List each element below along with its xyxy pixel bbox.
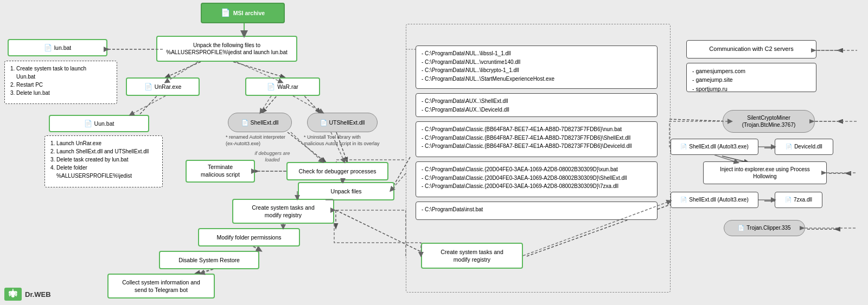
inject-explorer-box: Inject into explorer.exe using ProcessHo… xyxy=(703,161,827,184)
unpack-files-box: Unpack files xyxy=(298,182,394,200)
unrar-exe-box: 📄 UnRar.exe xyxy=(126,77,200,96)
file-icon-zxa: 📄 xyxy=(785,196,792,204)
shellext-autoit-box: 📄 ShellExt.dll (AutoIt3.exe) xyxy=(671,139,758,155)
svg-line-2 xyxy=(165,62,201,77)
trojan-clipper-label: Trojan.Clipper.335 xyxy=(746,224,790,232)
file-icon-uun: 📄 xyxy=(84,119,92,128)
file-icon-war: 📄 xyxy=(267,82,275,92)
svg-line-34 xyxy=(201,269,213,274)
file-list-2-box: - C:\ProgramData\AUX..\ShellExt.dll - C:… xyxy=(416,93,658,117)
terminate-malicious-label: Terminatemalicious script xyxy=(201,164,240,178)
lun-bat-steps-box: 1. Create system task to launch Uun.bat … xyxy=(4,61,117,104)
war-rar-label: WaR.rar xyxy=(277,83,298,91)
file-icon-shellext: 📄 xyxy=(241,119,248,127)
check-debugger-label: Check for debugger processes xyxy=(299,167,376,176)
file-icon-utshellext: 📄 xyxy=(320,119,327,127)
modify-folder-label: Modify folder permissions xyxy=(216,233,281,242)
utshellext-dll-box: 📄 UTShellExt.dll xyxy=(307,113,378,132)
terminate-malicious-box: Terminatemalicious script xyxy=(186,160,255,183)
modify-folder-box: Modify folder permissions xyxy=(198,228,300,246)
c2-list-box: - gamesjumpers.com - gamejump.site - spo… xyxy=(686,63,816,92)
file-icon-deviceid: 📄 xyxy=(786,143,792,151)
create-modify-registry-label: Create system tasks andmodify registry xyxy=(252,204,315,219)
utshellext-dll-label: UTShellExt.dll xyxy=(329,119,365,127)
lun-bat-steps-label: 1. Create system task to launch Uun.bat … xyxy=(10,66,86,96)
logo-symbol: 🕷 xyxy=(9,289,17,299)
shellext-autoit2-box: 📄 ShellExt.dll (AutoIt3.exe) xyxy=(671,192,758,208)
unrar-exe-label: UnRar.exe xyxy=(155,83,182,91)
file-list-1-box: - C:\ProgramData\NUL..\libssl-1_1.dll - … xyxy=(416,46,658,89)
diagram: 📄 MSI archive Unpack the following files… xyxy=(0,0,868,305)
msi-archive-box: 📄 MSI archive xyxy=(201,3,285,23)
unpack-following-box: Unpack the following files to%ALLUSERSPR… xyxy=(156,36,297,62)
file-list-3-box: - C:\ProgramData\Classic.{BB64F8A7-BEE7-… xyxy=(416,121,658,157)
lun-bat-label: lun.bat xyxy=(54,44,72,52)
deviceid-dll-box: 📄 DeviceId.dll xyxy=(775,139,833,155)
deviceid-dll-label: DeviceId.dll xyxy=(794,143,822,151)
uun-bat-label: Uun.bat xyxy=(94,120,114,128)
svg-line-18 xyxy=(669,119,731,121)
svg-line-15 xyxy=(195,269,213,274)
comm-c2-label: Communication with C2 servers xyxy=(709,45,793,53)
file-icon-shellext-a: 📄 xyxy=(680,143,687,151)
create-modify-registry2-box: Create system tasks andmodify registry xyxy=(421,243,523,269)
collect-info-box: Collect system information andsend to Te… xyxy=(107,274,215,298)
disable-restore-label: Disable System Restore xyxy=(178,256,240,264)
uun-bat-steps-box: 1. Launch UnRar.exe 2. Launch ShellExt.d… xyxy=(44,135,163,187)
file-icon-unrar: 📄 xyxy=(144,82,152,92)
shellext-dll-label: ShellExt.dll xyxy=(251,119,279,127)
war-rar-box: 📄 WaR.rar xyxy=(245,77,320,96)
file-list-5-box: - C:\ProgramData\inst.bat xyxy=(416,202,658,220)
inject-explorer-label: Inject into explorer.exe using ProcessHo… xyxy=(720,166,810,180)
msi-archive-label: MSI archive xyxy=(233,9,265,17)
shellext-autoit-label: ShellExt.dll (AutoIt3.exe) xyxy=(689,143,749,151)
collect-info-label: Collect system information andsend to Te… xyxy=(122,278,200,294)
svg-line-33 xyxy=(253,246,261,251)
file-icon-trojan: 📄 xyxy=(738,224,744,232)
unpack-following-label: Unpack the following files to%ALLUSERSPR… xyxy=(166,42,287,56)
check-debugger-box: Check for debugger processes xyxy=(286,162,388,180)
shellext-autoit2-label: ShellExt.dll (AutoIt3.exe) xyxy=(689,196,749,204)
trojan-clipper-box: 📄 Trojan.Clipper.335 xyxy=(724,220,805,236)
silent-crypto-box: SilentCryptoMiner(Trojan.BtcMine.3767) xyxy=(723,110,815,133)
create-modify-registry2-label: Create system tasks andmodify registry xyxy=(441,248,503,263)
shellext-note: * renamed Autoit interpreter (ex-AutoIt3… xyxy=(226,134,292,147)
file-icon-lun: 📄 xyxy=(44,43,52,53)
file-list-4-box: - C:\ProgramData\Classic.{20D04FE0-3AEA-… xyxy=(416,161,658,197)
unpack-files-label: Unpack files xyxy=(330,187,361,196)
lun-bat-box: 📄 lun.bat xyxy=(8,39,107,56)
file-icon-shellext-b: 📄 xyxy=(680,196,687,204)
svg-line-3 xyxy=(233,62,285,77)
logo: 🕷 Dr.WEB xyxy=(4,288,51,301)
file-icon: 📄 xyxy=(221,8,230,18)
svg-line-14 xyxy=(253,246,261,251)
create-modify-registry-box: Create system tasks andmodify registry xyxy=(232,199,334,224)
utshellext-note: * Uninstall Tool library with malicious … xyxy=(304,134,380,147)
silent-crypto-label: SilentCryptoMiner(Trojan.BtcMine.3767) xyxy=(742,114,796,129)
logo-text: Dr.WEB xyxy=(25,290,51,298)
zxa-dll-box: 📄 7zxa.dll xyxy=(775,192,822,208)
zxa-dll-label: 7zxa.dll xyxy=(794,196,812,204)
uun-bat-box: 📄 Uun.bat xyxy=(49,115,149,132)
disable-restore-box: Disable System Restore xyxy=(159,251,259,269)
shellext-dll-box: 📄 ShellExt.dll xyxy=(228,113,292,132)
uun-bat-steps-label: 1. Launch UnRar.exe 2. Launch ShellExt.d… xyxy=(50,140,149,179)
logo-icon: 🕷 xyxy=(4,288,22,301)
comm-c2-box: Communication with C2 servers xyxy=(686,40,816,59)
